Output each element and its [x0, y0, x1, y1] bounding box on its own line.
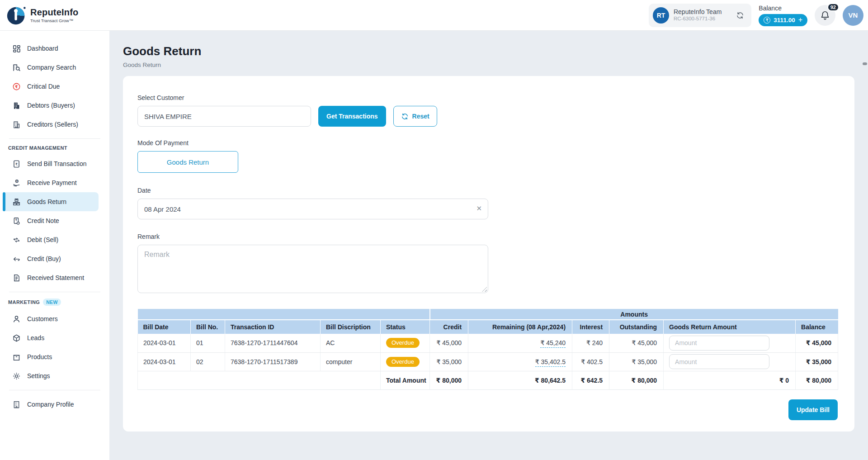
sidebar-item-label: Leads — [27, 334, 44, 341]
sidebar-item-debit-sell[interactable]: Debit (Sell) — [3, 230, 99, 249]
balance-block: Balance ₹ 3111.00 + — [759, 5, 807, 26]
balance-amount: 3111.00 — [774, 17, 795, 24]
sidebar-item-creditors[interactable]: Creditors (Sellers) — [3, 115, 99, 134]
group-header-blank — [138, 309, 430, 320]
customer-row: Get Transactions Reset — [137, 106, 840, 127]
mode-goods-return-tab[interactable]: Goods Return — [137, 151, 238, 173]
sidebar-item-products[interactable]: Products — [3, 347, 99, 366]
sidebar-item-leads[interactable]: Leads — [3, 328, 99, 347]
get-transactions-button[interactable]: Get Transactions — [318, 106, 386, 127]
sidebar-item-label: Goods Return — [27, 198, 66, 205]
company-profile-icon — [12, 400, 21, 409]
user-avatar[interactable]: VN — [843, 5, 863, 26]
sidebar-item-company-profile[interactable]: Company Profile — [3, 395, 99, 414]
col-bill-no: Bill No. — [191, 320, 225, 334]
sidebar-item-credit-note[interactable]: ₹ Credit Note — [3, 211, 99, 230]
sidebar-section-credit-management: CREDIT MANAGEMENT — [8, 145, 109, 151]
app-root: ReputeInfo Trust Transact Grow™ RT Reput… — [0, 0, 868, 460]
credit-buy-icon — [12, 255, 21, 263]
sidebar-item-settings[interactable]: Settings — [3, 366, 99, 385]
cell-interest: ₹ 402.5 — [572, 352, 609, 371]
marketing-section-label: MARKETING — [8, 299, 40, 305]
sidebar: Dashboard Company Search ₹ Critical Due … — [0, 31, 109, 460]
cell-description: AC — [321, 334, 381, 352]
svg-text:₹: ₹ — [15, 218, 17, 222]
cell-remaining: ₹ 35,402.5 — [468, 352, 572, 371]
total-remaining: ₹ 80,642.5 — [468, 371, 572, 389]
sidebar-item-label: Critical Due — [27, 83, 60, 90]
cell-transaction-id: 7638-1270-1711447604 — [225, 334, 321, 352]
remaining-tooltip-value[interactable]: ₹ 35,402.5 — [535, 358, 566, 367]
goods-return-amount-input[interactable] — [669, 354, 769, 369]
receive-payment-icon: ₹ — [12, 179, 21, 187]
sidebar-item-dashboard[interactable]: Dashboard — [3, 39, 99, 58]
add-balance-icon[interactable]: + — [798, 16, 802, 24]
clear-date-icon[interactable]: ✕ — [476, 205, 482, 212]
customer-input[interactable] — [137, 106, 311, 127]
total-spacer — [138, 371, 381, 389]
update-bill-button[interactable]: Update Bill — [788, 399, 838, 420]
total-credit: ₹ 80,000 — [430, 371, 468, 389]
team-code: RC-6300-5771-36 — [674, 16, 722, 22]
balance-button[interactable]: ₹ 3111.00 + — [759, 14, 807, 26]
debtors-icon — [12, 101, 21, 110]
notifications-button[interactable]: 92 — [815, 5, 835, 26]
date-input[interactable] — [137, 199, 488, 219]
sidebar-item-send-bill-transaction[interactable]: ₹ Send Bill Transaction — [3, 154, 99, 173]
table-group-header-row: Amounts — [138, 309, 838, 320]
sidebar-item-received-statement[interactable]: Received Statement — [3, 268, 99, 287]
team-selector[interactable]: RT ReputeInfo Team RC-6300-5771-36 — [649, 4, 751, 27]
table-total-row: Total Amount ₹ 80,000 ₹ 80,642.5 ₹ 642.5… — [138, 371, 838, 389]
remark-textarea[interactable] — [137, 245, 488, 293]
status-badge: Overdue — [386, 357, 420, 367]
cell-credit: ₹ 35,000 — [430, 352, 468, 371]
team-avatar: RT — [653, 7, 669, 24]
team-name: ReputeInfo Team — [674, 8, 722, 16]
team-refresh-icon[interactable] — [736, 11, 744, 19]
sidebar-item-company-search[interactable]: Company Search — [3, 58, 99, 77]
svg-text:₹: ₹ — [16, 180, 18, 182]
total-outstanding: ₹ 80,000 — [609, 371, 664, 389]
card-actions: Update Bill — [137, 399, 838, 420]
sidebar-item-goods-return[interactable]: Goods Return — [3, 192, 99, 211]
reset-refresh-icon — [401, 113, 409, 120]
brand-logo[interactable]: ReputeInfo Trust Transact Grow™ — [6, 5, 78, 25]
svg-text:₹: ₹ — [15, 161, 17, 166]
col-bill-discription: Bill Discription — [321, 320, 381, 334]
cell-status: Overdue — [381, 352, 430, 371]
credit-note-icon: ₹ — [12, 217, 21, 225]
sidebar-divider — [9, 390, 100, 390]
reset-button[interactable]: Reset — [393, 106, 437, 127]
cell-bill-no: 01 — [191, 334, 225, 352]
cell-description: computer — [321, 352, 381, 371]
cell-balance: ₹ 45,000 — [796, 334, 838, 352]
sidebar-item-receive-payment[interactable]: ₹ Receive Payment — [3, 173, 99, 192]
sidebar-item-label: Send Bill Transaction — [27, 160, 87, 167]
sidebar-item-label: Debtors (Buyers) — [27, 102, 75, 109]
received-statement-icon — [12, 274, 21, 282]
mode-of-payment-label: Mode Of Payment — [137, 139, 840, 147]
cell-outstanding: ₹ 45,000 — [609, 334, 664, 352]
sidebar-item-critical-due[interactable]: ₹ Critical Due — [3, 77, 99, 96]
table-header-row: Bill Date Bill No. Transaction ID Bill D… — [138, 320, 838, 334]
cell-status: Overdue — [381, 334, 430, 352]
brand-text: ReputeInfo Trust Transact Grow™ — [30, 7, 78, 23]
sidebar-item-label: Company Profile — [27, 401, 74, 408]
scrollbar-thumb[interactable] — [863, 62, 867, 65]
table-row: 2024-03-01 01 7638-1270-1711447604 AC Ov… — [138, 334, 838, 352]
col-status: Status — [381, 320, 430, 334]
body-row: Dashboard Company Search ₹ Critical Due … — [0, 31, 868, 460]
group-header-amounts: Amounts — [430, 309, 838, 320]
send-bill-icon: ₹ — [12, 160, 21, 168]
sidebar-item-debtors[interactable]: Debtors (Buyers) — [3, 96, 99, 115]
goods-return-amount-input[interactable] — [669, 336, 769, 351]
date-field: ✕ — [137, 199, 488, 219]
dashboard-icon — [12, 44, 21, 53]
col-remaining: Remaining (08 Apr,2024) — [468, 320, 572, 334]
cell-bill-date: 2024-03-01 — [138, 352, 191, 371]
cell-goods-return-amount — [664, 352, 796, 371]
sidebar-item-customers[interactable]: Customers — [3, 309, 99, 328]
remaining-tooltip-value[interactable]: ₹ 45,240 — [540, 339, 566, 348]
sidebar-item-credit-buy[interactable]: Credit (Buy) — [3, 249, 99, 268]
sidebar-item-label: Received Statement — [27, 274, 84, 281]
